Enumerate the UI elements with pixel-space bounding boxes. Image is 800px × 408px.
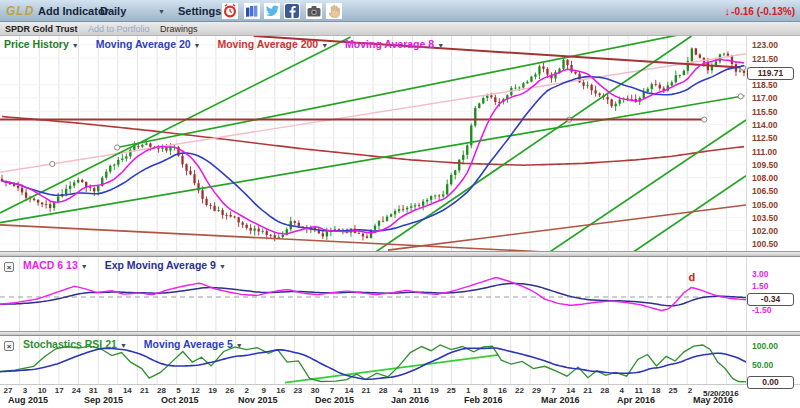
camera-icon[interactable] [306, 3, 322, 19]
chevron-down-icon[interactable]: ▼ [72, 42, 79, 49]
stoch-value-badge: 0.00 [747, 376, 794, 389]
day-label: 29 [532, 386, 541, 395]
panel-divider[interactable] [0, 251, 800, 257]
panel-divider[interactable] [0, 331, 800, 336]
x-axis-line [0, 384, 800, 385]
hand-icon[interactable] [326, 3, 342, 19]
day-label: 7 [330, 386, 334, 395]
day-label: 18 [651, 386, 660, 395]
price-chart-canvas[interactable] [0, 36, 746, 251]
chevron-down-icon[interactable]: ▼ [120, 342, 127, 349]
day-label: 28 [379, 386, 388, 395]
day-label: 8 [108, 386, 112, 395]
month-label: Aug 2015 [8, 395, 48, 405]
day-label: 10 [38, 386, 47, 395]
indicator-stoch-ma[interactable]: Moving Average 5 [144, 338, 233, 350]
day-label: 16 [276, 386, 285, 395]
indicator-price-history[interactable]: Price History [4, 38, 69, 50]
day-label: 4 [398, 386, 402, 395]
month-label: Feb 2016 [464, 395, 503, 405]
settings-button[interactable]: Settings [178, 5, 221, 17]
symbol-bar: SPDR Gold Trust Add to Portfolio Drawing… [0, 22, 800, 36]
day-label: 12 [191, 386, 200, 395]
last-date-label: 5/20/2016 [703, 389, 739, 398]
axis-tick-label: 121.50 [752, 54, 778, 64]
indicator-ma8[interactable]: Moving Average 8 [345, 38, 434, 50]
indicator-macd-signal[interactable]: Exp Moving Average 9 [105, 259, 216, 271]
apps-icon[interactable] [244, 3, 260, 19]
stoch-panel-header: × Stochastics RSI 21▼ Moving Average 5▼ [4, 338, 243, 351]
indicator-macd[interactable]: MACD 6 13 [23, 259, 78, 271]
chevron-down-icon[interactable]: ▼ [321, 42, 328, 49]
axis-tick-label: 50.00 [752, 360, 773, 370]
chevron-down-icon[interactable]: ▼ [194, 42, 201, 49]
axis-tick-label: 117.00 [752, 93, 778, 103]
timeframe-select[interactable]: Daily [100, 5, 126, 17]
x-axis-month-labels: Aug 2015Sep 2015Oct 2015Nov 2015Dec 2015… [0, 395, 746, 406]
axis-tick-label: 123.00 [752, 40, 778, 50]
day-label: 14 [566, 386, 575, 395]
timeframe-caret-icon[interactable]: ▼ [158, 8, 165, 15]
app-logo: GLD [6, 4, 34, 18]
axis-tick-label: 100.00 [752, 341, 778, 351]
add-indicator-button[interactable]: Add Indicator [38, 5, 109, 17]
price-panel-header: Price History▼ Moving Average 20▼ Moving… [4, 38, 444, 50]
day-label: 1 [466, 386, 470, 395]
alarm-icon[interactable] [222, 3, 238, 19]
month-label: Oct 2015 [161, 395, 199, 405]
day-label: 23 [293, 386, 302, 395]
day-label: 24 [72, 386, 81, 395]
day-label: 27 [4, 386, 13, 395]
day-label: 25 [668, 386, 677, 395]
price-change-text: -0.16 (-0.13%) [731, 6, 795, 17]
x-axis-day-labels: 2731017243181421285121926291623307142128… [0, 386, 746, 395]
day-label: 31 [89, 386, 98, 395]
last-price-badge: 119.71 [747, 67, 794, 80]
day-label: 30 [310, 386, 319, 395]
chevron-down-icon[interactable]: ▼ [219, 263, 226, 270]
axis-tick-label: 3.00 [752, 269, 769, 279]
facebook-icon[interactable] [284, 3, 300, 19]
down-arrow-icon: ↓ [725, 5, 731, 17]
axis-tick-label: 115.50 [752, 107, 778, 117]
day-label: 21 [583, 386, 592, 395]
chevron-down-icon[interactable]: ▼ [236, 342, 243, 349]
price-change: ↓-0.16 (-0.13%) [725, 5, 795, 17]
month-label: Apr 2016 [617, 395, 655, 405]
month-label: Mar 2016 [541, 395, 580, 405]
drawings-menu[interactable]: Drawings [160, 24, 198, 34]
close-icon[interactable]: × [4, 341, 14, 351]
twitter-icon[interactable] [264, 3, 280, 19]
axis-tick-label: 118.50 [752, 80, 778, 90]
indicator-ma200[interactable]: Moving Average 200 [217, 38, 318, 50]
day-label: 7 [551, 386, 555, 395]
day-label: 5 [176, 386, 180, 395]
month-label: Sep 2015 [84, 395, 123, 405]
day-label: 28 [600, 386, 609, 395]
day-label: 3 [23, 386, 27, 395]
day-label: 22 [515, 386, 524, 395]
indicator-ma20[interactable]: Moving Average 20 [96, 38, 191, 50]
macd-panel-header: × MACD 6 13▼ Exp Moving Average 9▼ [4, 259, 226, 272]
day-label: 11 [635, 386, 643, 395]
day-label: 16 [498, 386, 507, 395]
day-label: 2 [688, 386, 692, 395]
axis-tick-label: 109.50 [752, 160, 778, 170]
svg-text:d: d [689, 271, 696, 283]
day-label: 2 [244, 386, 248, 395]
month-label: Dec 2015 [315, 395, 354, 405]
axis-tick-label: 100.50 [752, 239, 778, 249]
add-to-portfolio-button[interactable]: Add to Portfolio [88, 24, 150, 34]
axis-tick-label: 105.00 [752, 200, 778, 210]
chevron-down-icon[interactable]: ▼ [81, 263, 88, 270]
close-icon[interactable]: × [4, 262, 14, 272]
indicator-stoch-rsi[interactable]: Stochastics RSI 21 [23, 338, 117, 350]
day-label: 19 [430, 386, 439, 395]
month-label: Nov 2015 [238, 395, 278, 405]
chevron-down-icon[interactable]: ▼ [437, 42, 444, 49]
axis-tick-label: 102.00 [752, 226, 778, 236]
day-label: 8 [483, 386, 487, 395]
toolbar: GLD Add Indicator Daily ▼ Settings [0, 0, 800, 22]
axis-tick-label: 1.50 [752, 281, 769, 291]
day-label: 9 [262, 386, 266, 395]
